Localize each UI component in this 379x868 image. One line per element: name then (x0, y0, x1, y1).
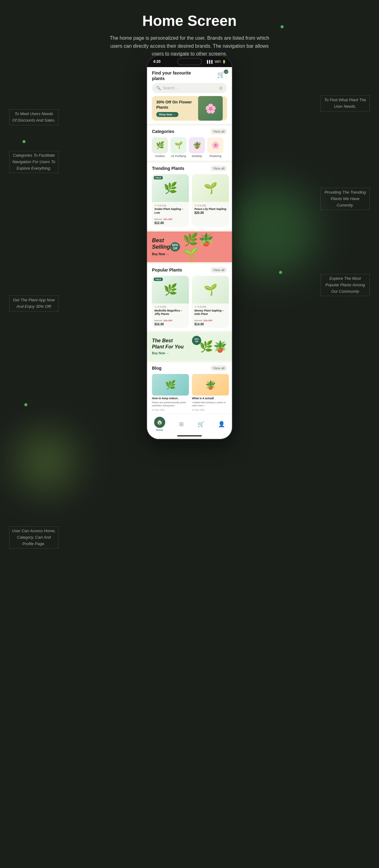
popular-price-row-2: $12.00 15% OFF (194, 317, 226, 322)
annotation-box-1: To Meet Users Needs Of Discounts And Sal… (9, 109, 58, 125)
annotation-discounts: To Meet Users Needs Of Discounts And Sal… (9, 109, 58, 125)
annotation-box-r1: To Find What Plant The User Needs. (321, 95, 370, 112)
blog-header: Blog View all (147, 362, 232, 373)
blog-snippet-1: Plants are predominantly photo synthetic… (152, 401, 189, 407)
annotation-text-2: Categories To Facilitate Navigation For … (12, 153, 55, 170)
home-indicator (147, 433, 232, 439)
star-icon-p2: ★ (194, 305, 197, 308)
page-subtitle: The home page is personalized for the us… (106, 34, 273, 58)
best-plant-text-area: The BestPlant For You Buy Now → (152, 338, 184, 355)
popular-product-2-info: ★ 4.3 (10) Money Plant Sapling – Indo Pl… (192, 304, 229, 328)
decorative-dot-3 (279, 271, 282, 274)
popular-product-2-img: 🌱 (192, 276, 229, 304)
popular-product-1-img: 🌿 SALE (152, 276, 189, 304)
glow-blob-1 (225, 185, 317, 277)
popular-product-1-info: ★ 4.3 (10) Medinilla Magnifica – Jiffy P… (152, 304, 189, 328)
blog-section: Blog View all 🌿 How to keep indoor.. Pla… (147, 362, 232, 414)
nav-profile[interactable]: 👤 (218, 421, 225, 428)
category-flowering[interactable]: 🌸 Flowering (207, 137, 223, 158)
annotation-categories: Categories To Facilitate Navigation For … (9, 151, 58, 173)
popular-header: Popular Plants View all (147, 264, 232, 275)
filter-icon: ⊙ (219, 86, 223, 91)
product-rating-2: ★ 4.3 (10) (194, 204, 226, 207)
glow-blob-2 (15, 431, 77, 493)
best-selling-button[interactable]: Buy Now → (152, 252, 169, 256)
annotation-box-r3: Explore The Most Popular Plants Among Ou… (321, 274, 370, 296)
blog-card-1[interactable]: 🌿 How to keep indoor.. Plants are predom… (152, 374, 189, 411)
rating-text-1: 4.3 (10) (158, 204, 166, 207)
search-placeholder: Search... (163, 86, 178, 90)
categories-title: Categories (152, 129, 174, 134)
home-icon: 🏠 (154, 417, 165, 428)
popular-section: Popular Plants View all 🌿 SALE (147, 264, 232, 331)
categories-view-all[interactable]: View all (211, 129, 227, 134)
popular-name-2: Money Plant Sapling – Indo Plant (194, 309, 226, 316)
nav-category[interactable]: ⊞ (179, 421, 184, 428)
best-plant-discount-circle: 30%Off (192, 336, 201, 345)
category-outdoor[interactable]: 🌿 Outdoor (152, 137, 168, 158)
promo-button[interactable]: Shop Now → (156, 112, 179, 117)
trending-product-2[interactable]: 🌱 ★ 4.3 (10) Peace Lily Plant Sapling $2… (192, 174, 229, 226)
categories-section: Categories View all 🌿 Outdoor 🌱 Air Puri… (147, 126, 232, 161)
category-flowering-label: Flowering (209, 155, 221, 158)
phone-frame: 4:20 ▌▌▌ WiFi 🔋 Find your favourite plan… (147, 55, 232, 439)
category-air-purifying-label: Air Purifying (171, 155, 186, 158)
popular-price-row-1: $10.00 10% OFF (154, 317, 186, 322)
popular-product-1[interactable]: 🌿 SALE ★ 4.3 (10) Medinilla Magnifica – … (152, 276, 189, 328)
trending-product-1-img: 🌿 SALE (152, 174, 189, 202)
blog-card-2[interactable]: 🪴 What is it actuall I stated that misti… (192, 374, 229, 411)
cart-button[interactable]: 🛒 12 (217, 71, 227, 81)
category-desktop[interactable]: 🪴 Desktop (189, 137, 205, 158)
popular-title: Popular Plants (152, 268, 182, 272)
popular-view-all[interactable]: View all (211, 267, 227, 273)
blog-date-2: 14 Sep. 2022 (192, 409, 229, 411)
blog-title-2: What is it actuall (192, 397, 229, 400)
best-plant-button[interactable]: Buy Now → (152, 351, 169, 355)
best-plant-image: 🌿🪴 (199, 340, 227, 353)
popular-discount-1: 10% OFF (163, 319, 172, 322)
rating-text-p1: 4.3 (10) (158, 305, 166, 308)
trending-view-all[interactable]: View all (211, 165, 227, 171)
annotation-text-r2: Providing The Trending Plants We Have Cu… (324, 190, 366, 208)
profile-icon: 👤 (218, 421, 225, 428)
nav-home-label: Home (156, 429, 163, 432)
trending-product-2-img: 🌱 (192, 174, 229, 202)
popular-product-2[interactable]: 🌱 ★ 4.3 (10) Money Plant Sapling – Indo … (192, 276, 229, 328)
trending-product-1[interactable]: 🌿 SALE ★ 4.3 (10) Snake Plant Sapling – … (152, 174, 189, 226)
popular-name-1: Medinilla Magnifica – Jiffy Plants (154, 309, 186, 316)
category-flowering-img: 🌸 (207, 137, 223, 153)
annotation-app-promo: Get The Plant App Now And Enjoy 30% Off! (9, 296, 58, 311)
categories-header: Categories View all (147, 126, 232, 136)
sale-badge-1: SALE (154, 176, 163, 180)
blog-img-2: 🪴 (192, 374, 229, 396)
page-container: Home Screen The home page is personalize… (0, 0, 379, 868)
promo-banner: 30% Off On Flower Plants Shop Now → 🌸 (152, 96, 227, 121)
phone-mockup: 4:20 ▌▌▌ WiFi 🔋 Find your favourite plan… (147, 55, 232, 439)
category-icon: ⊞ (179, 421, 184, 428)
annotation-text-4: User Can Access Home, Category, Cart And… (12, 528, 56, 546)
category-air-purifying[interactable]: 🌱 Air Purifying (170, 137, 186, 158)
discount-badge-1: 10% OFF (163, 218, 172, 220)
best-selling-right: 50%Off 🌿🪴🌱 (170, 232, 227, 261)
nav-home[interactable]: 🏠 Home (154, 417, 165, 432)
search-input[interactable]: 🔍 Search... ⊙ (152, 83, 227, 93)
page-header: Home Screen The home page is personalize… (0, 0, 379, 64)
annotation-text-r3: Explore The Most Popular Plants Among Ou… (325, 276, 365, 293)
nav-cart[interactable]: 🛒 (197, 421, 204, 428)
popular-rating-1: ★ 4.3 (10) (154, 305, 186, 308)
popular-original-price-2: $12.00 (194, 319, 202, 322)
page-title: Home Screen (6, 12, 373, 29)
category-outdoor-label: Outdoor (155, 155, 165, 158)
star-icon-p1: ★ (154, 305, 157, 308)
annotation-box-4: User Can Access Home, Category, Cart And… (9, 526, 58, 549)
cart-nav-icon: 🛒 (197, 421, 204, 428)
category-outdoor-img: 🌿 (152, 137, 168, 153)
trending-title: Trending Plants (152, 166, 184, 171)
category-desktop-img: 🪴 (189, 137, 205, 153)
product-name-1: Snake Plant Sapling – Low (154, 208, 186, 215)
popular-current-price-1: $16.00 (154, 322, 186, 326)
decorative-dot-4 (24, 403, 27, 406)
blog-view-all[interactable]: View all (211, 365, 227, 371)
category-air-purifying-img: 🌱 (170, 137, 186, 153)
popular-original-price-1: $10.00 (154, 319, 162, 322)
